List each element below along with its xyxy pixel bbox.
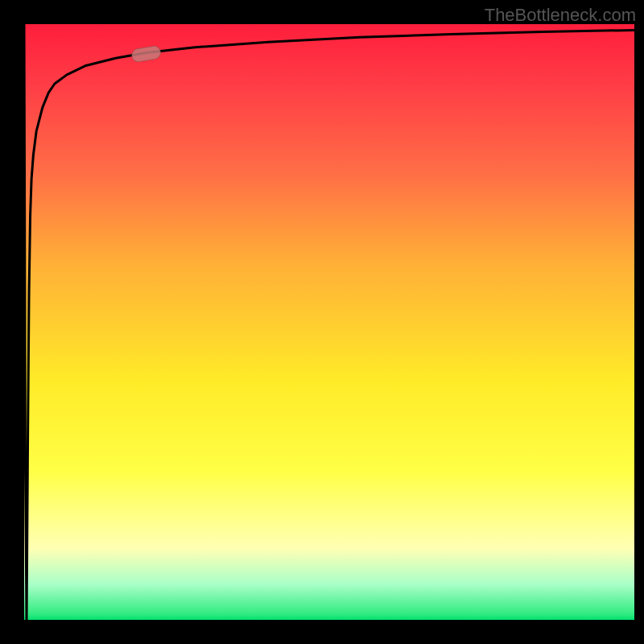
bottleneck-curve [24,24,634,620]
curve-marker [130,45,161,63]
svg-rect-0 [130,45,161,63]
plot-frame [24,24,634,620]
watermark-text: TheBottleneck.com [485,5,636,26]
chart-svg [24,24,634,620]
